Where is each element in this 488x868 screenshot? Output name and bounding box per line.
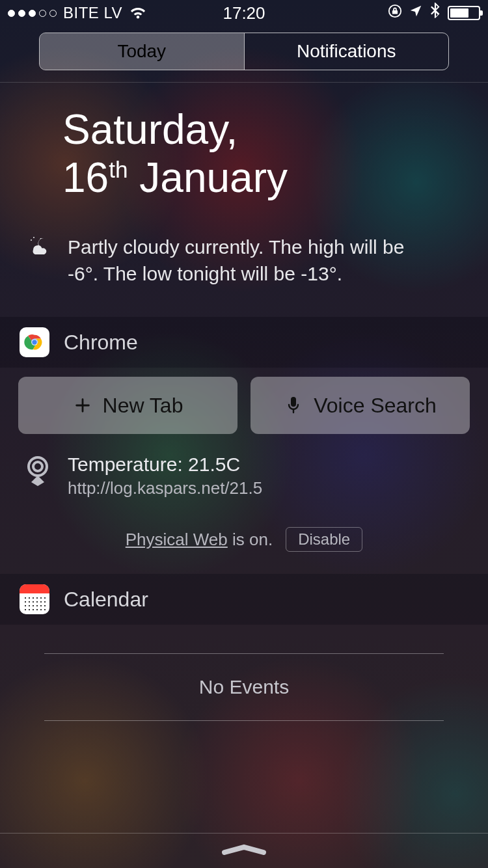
view-switcher: Today Notifications (39, 33, 449, 70)
chrome-widget-body: New Tab Voice Search Temperature: 21.5C … (0, 368, 488, 574)
new-tab-button[interactable]: New Tab (18, 377, 237, 434)
chrome-app-icon (20, 327, 49, 357)
carrier-label: BITE LV (63, 4, 122, 22)
wifi-icon (129, 6, 147, 20)
physical-web-url: http://log.kaspars.net/21.5 (68, 478, 262, 498)
calendar-app-icon (20, 584, 49, 614)
physical-web-title: Temperature: 21.5C (68, 454, 262, 476)
svg-rect-6 (291, 397, 296, 407)
status-bar: BITE LV 17:20 (0, 0, 488, 26)
weather-summary: Partly cloudy currently. The high will b… (68, 234, 426, 287)
chrome-widget-title: Chrome (64, 331, 138, 355)
chrome-widget-header[interactable]: Chrome (0, 317, 488, 368)
tab-notifications[interactable]: Notifications (244, 33, 449, 70)
physical-web-footer: Physical Web is on. Disable (18, 527, 470, 552)
partly-cloudy-night-icon (29, 234, 52, 287)
calendar-widget-title: Calendar (64, 588, 148, 612)
date-full: 16th January (62, 154, 426, 202)
physical-web-item[interactable]: Temperature: 21.5C http://log.kaspars.ne… (18, 454, 470, 498)
clock: 17:20 (223, 3, 265, 23)
date-ordinal: th (109, 156, 128, 182)
tab-today[interactable]: Today (40, 33, 244, 70)
date-day: 16 (62, 154, 109, 201)
physical-web-disable-button[interactable]: Disable (286, 527, 362, 552)
svg-point-1 (33, 237, 34, 238)
svg-point-7 (29, 457, 47, 476)
svg-point-8 (33, 462, 42, 471)
divider (44, 720, 444, 721)
date-weekday: Saturday, (62, 106, 426, 154)
no-events-label: No Events (44, 654, 444, 720)
chevron-up-icon (218, 843, 270, 859)
physical-web-link[interactable]: Physical Web (126, 530, 228, 549)
cell-signal-icon (8, 10, 57, 17)
rotation-lock-icon (388, 4, 402, 22)
bottom-grabber-bar[interactable] (0, 833, 488, 868)
location-icon (409, 4, 423, 22)
today-summary: Saturday, 16th January Partly cloudy cur… (0, 83, 488, 317)
date-month: January (139, 154, 288, 201)
calendar-widget-body: No Events (0, 625, 488, 780)
microphone-icon (284, 396, 303, 415)
physical-web-icon (22, 454, 53, 485)
voice-search-label: Voice Search (314, 394, 437, 418)
svg-point-2 (31, 239, 32, 241)
physical-web-status: is on. (228, 530, 273, 549)
battery-icon (448, 6, 480, 20)
voice-search-button[interactable]: Voice Search (251, 377, 470, 434)
bluetooth-icon (429, 3, 441, 23)
plus-icon (73, 396, 92, 415)
calendar-widget-header[interactable]: Calendar (0, 574, 488, 625)
new-tab-label: New Tab (103, 394, 183, 418)
